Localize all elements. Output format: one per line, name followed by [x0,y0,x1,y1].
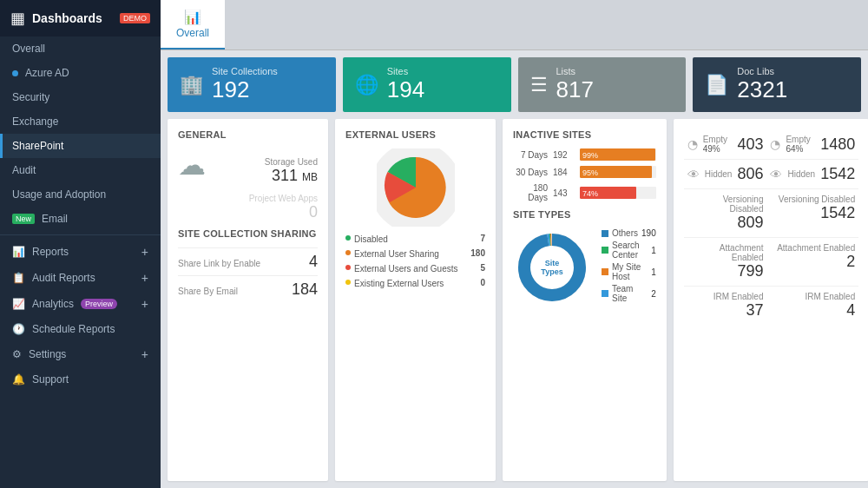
sidebar-item-label: Audit [12,164,36,176]
lists-stats-panel: ◔ Empty 49% 403 ◔ Empty [674,119,868,481]
sidebar-item-azure-ad[interactable]: Azure AD [0,61,161,85]
attachment-label: Attachment Enabled [687,243,764,262]
search-dot [602,247,608,254]
stat-card-label: Sites [387,66,424,76]
share-email-value: 184 [292,280,318,299]
bar-pct: 99% [580,151,598,160]
ext-value: 5 [480,263,485,273]
expand-icon: + [141,297,148,311]
sidebar-item-email[interactable]: New Email [0,207,161,231]
expand-icon: + [141,271,148,285]
irm-value-2: 4 [770,301,855,320]
tab-icon: 📊 [184,9,201,25]
sidebar-section-schedule-reports[interactable]: 🕐 Schedule Reports [0,317,161,341]
lists-empty-row: ◔ Empty 49% 403 [684,129,767,160]
eye-icon-2: 👁 [770,168,782,181]
bar-label: 30 Days [513,168,548,177]
sidebar-section-settings[interactable]: ⚙ Settings + [0,341,161,367]
pie-icon: ◔ [687,137,698,151]
empty-sublabel: 49% [703,144,727,154]
hidden-value: 806 [737,165,763,183]
project-value: 0 [178,203,318,221]
legend-search: Search Center 1 [602,241,656,260]
external-legend: Disabled 7 External User Sharing 180 Ext… [345,234,485,289]
legend-item-disabled: Disabled 7 [345,234,485,245]
sites-icon: 🌐 [355,74,378,96]
bar-fill: 99% [580,148,655,161]
reports-icon: 📊 [12,246,25,258]
versioning-value: 809 [687,214,764,232]
sidebar: ▦ Dashboards DEMO Overall Azure AD Secur… [0,0,161,488]
sidebar-item-exchange[interactable]: Exchange [0,109,161,134]
attachment-value-2: 2 [770,253,855,271]
general-title: General [178,129,318,140]
divider [0,234,161,235]
sidebar-section-reports[interactable]: 📊 Reports + [0,239,161,265]
inactive-bars: 7 Days 192 99% 30 Days 184 [513,148,656,202]
active-dot [12,70,18,76]
sidebar-item-label: SharePoint [12,140,63,152]
pie-chart-container [345,148,485,227]
sidebar-section-support[interactable]: 🔔 Support [0,367,161,392]
sidebar-section-label: Audit Reports [32,272,95,284]
stat-card-value: 192 [212,76,278,103]
sidebar-item-label: Overall [12,43,45,55]
legend-item-ext-guests: External Users and Guests 5 [345,263,485,274]
site-types-donut: SiteTypes [513,228,591,307]
sidebar-item-label: Security [12,91,49,103]
content-row: General ☁ Storage Used 311 MB Project We… [168,119,861,481]
others-dot [602,230,608,237]
ext-label: External User Sharing [354,248,467,260]
expand-icon: + [141,347,148,361]
doc-libs-icon: 📄 [705,74,728,96]
sidebar-section-analytics[interactable]: 📈 Analytics Preview + [0,291,161,317]
sidebar-section-label: Settings [29,348,66,360]
inactive-sites-panel: Inactive Sites 7 Days 192 99% 30 Days [503,119,667,481]
stat-cards-row: 🏢 Site Collections 192 🌐 Sites 194 ☰ Lis… [168,57,861,112]
schedule-icon: 🕐 [12,323,25,335]
attachment-label-2: Attachment Enabled [770,243,855,253]
bar-fill: 95% [580,166,652,178]
sidebar-section-audit-reports[interactable]: 📋 Audit Reports + [0,265,161,291]
tab-label: Overall [176,27,209,39]
tab-overall[interactable]: 📊 Overall [161,0,225,49]
audit-reports-icon: 📋 [12,272,25,284]
sidebar-item-usage[interactable]: Usage and Adoption [0,182,161,207]
sidebar-item-overall[interactable]: Overall [0,36,161,61]
new-badge: New [12,214,35,224]
empty-label-2: Empty [786,135,810,144]
legend-val: 1 [651,267,656,277]
ext-label: Disabled [354,234,477,245]
bar-label: 7 Days [513,150,548,160]
site-collections-icon: 🏢 [180,74,203,96]
stat-card-site-collections: 🏢 Site Collections 192 [168,57,336,112]
versioning-label: Versioning Disabled [687,195,764,214]
donut-center-label: SiteTypes [541,259,562,276]
irm-label: IRM Enabled [687,292,764,301]
general-panel: General ☁ Storage Used 311 MB Project We… [168,119,328,481]
legend-name: My Site Host [612,262,648,281]
mysite-dot [602,268,608,275]
bar-count: 143 [553,188,575,198]
doclibs-hidden-row: 👁 Hidden 1542 [766,160,858,189]
preview-badge: Preview [81,299,117,309]
doclibrs-empty-row: ◔ Empty 64% 1480 [766,129,858,160]
project-label: Project Web Apps [178,194,318,203]
legend-name: Search Center [612,241,648,260]
sidebar-section-label: Schedule Reports [32,323,115,335]
sidebar-item-label: Azure AD [25,67,69,79]
main-content: 📊 Overall 🏢 Site Collections 192 🌐 Sites… [161,0,868,488]
sidebar-item-audit[interactable]: Audit [0,158,161,182]
lists-icon: ☰ [530,74,548,96]
lists-versioning-row: Versioning Disabled 809 [684,189,767,238]
external-users-panel: External Users [335,119,496,481]
share-email-row: Share By Email 184 [178,275,318,303]
sidebar-item-label: Usage and Adoption [12,188,106,201]
sidebar-section-label: Analytics [32,298,74,310]
legend-name: Others [612,228,638,238]
versioning-label-2: Versioning Disabled [770,195,855,204]
support-icon: 🔔 [12,373,25,386]
sidebar-item-security[interactable]: Security [0,85,161,109]
empty-sublabel-2: 64% [786,144,810,154]
sidebar-item-sharepoint[interactable]: SharePoint [0,134,161,158]
